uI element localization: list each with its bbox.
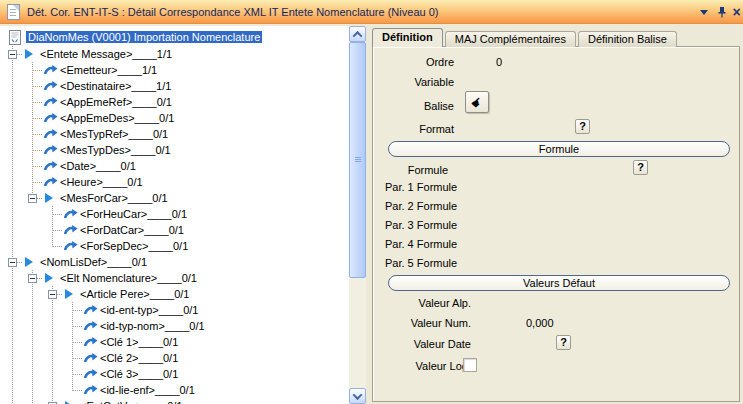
tree-item[interactable]: <Clé 2>____0/1: [0, 350, 366, 366]
tree-guide-line: [12, 142, 13, 158]
tree-item[interactable]: <Article Pere>____0/1: [0, 286, 366, 302]
node-arrow-icon: [44, 64, 58, 76]
tree-scrollbar[interactable]: [349, 26, 366, 404]
tree-item[interactable]: <id-ent-typ>____0/1: [0, 302, 366, 318]
tree-item-label: <ForDatCar>____0/1: [80, 224, 184, 236]
tree-guide-line: [33, 102, 43, 103]
tree-guide-line: [12, 302, 13, 318]
window-document-icon: [7, 4, 20, 20]
tree-item[interactable]: <MesForCar>____0/1: [0, 190, 366, 206]
tree-item-label: <Heure>____0/1: [60, 176, 143, 188]
tree-guide-line: [52, 302, 53, 318]
tree-item-label: <MesTypRef>____0/1: [60, 128, 168, 140]
node-arrow-icon: [44, 176, 58, 188]
tree-guide-line: [53, 230, 63, 231]
tree-guide-line: [12, 78, 13, 94]
tree-guide-line: [12, 286, 13, 302]
tree-item[interactable]: <Clé 3>____0/1: [0, 366, 366, 382]
node-triangle-icon: [45, 273, 53, 283]
pin-icon: [717, 6, 727, 18]
definition-tab-page: Ordre 0 Variable Balise ☛ Format ? Formu…: [372, 46, 740, 402]
tree-item[interactable]: <MesTypRef>____0/1: [0, 126, 366, 142]
tree-expander-minus[interactable]: [8, 50, 17, 59]
tree-guide-line: [33, 150, 43, 151]
tree-item[interactable]: <Entete Message>____1/1: [0, 46, 366, 62]
tree-item[interactable]: <Destinataire>____1/1: [0, 78, 366, 94]
scroll-down-button[interactable]: [349, 388, 366, 404]
tree-guide-line: [53, 246, 63, 247]
tree-guide-line: [12, 382, 13, 398]
chevron-up-icon: [353, 30, 363, 40]
window-title: Dét. Cor. ENT-IT-S : Détail Correspondan…: [27, 6, 438, 18]
tree-item-label: <id-typ-nom>____0/1: [100, 320, 205, 332]
scroll-up-button[interactable]: [349, 26, 366, 42]
format-help-button[interactable]: ?: [575, 119, 590, 134]
tree-item-label: <ForSepDec>____0/1: [80, 240, 188, 252]
tree-guide-line: [73, 310, 83, 311]
tree-item-label: <Destinataire>____1/1: [60, 80, 171, 92]
tree-item-label: <Date>____0/1: [60, 160, 136, 172]
ordre-value: 0: [496, 56, 502, 68]
tree-guide-line: [12, 174, 13, 190]
tree-guide-line: [33, 118, 43, 119]
tree-item[interactable]: <ForHeuCar>____0/1: [0, 206, 366, 222]
window-titlebar: Dét. Cor. ENT-IT-S : Détail Correspondan…: [0, 0, 743, 24]
tree-item[interactable]: <NomLisDef>____0/1: [0, 254, 366, 270]
tree-expander-minus[interactable]: [28, 274, 37, 283]
tree-item-label: <id-lie-enf>____0/1: [100, 384, 195, 396]
tree-guide-line: [32, 334, 33, 350]
tree-item[interactable]: <ForSepDec>____0/1: [0, 238, 366, 254]
tree-item[interactable]: <Heure>____0/1: [0, 174, 366, 190]
node-arrow-icon: [44, 128, 58, 140]
tree-item[interactable]: <Emetteur>____1/1: [0, 62, 366, 78]
tree-guide-line: [52, 334, 53, 350]
tree-guide-line: [12, 334, 13, 350]
node-arrow-icon: [44, 80, 58, 92]
tree-item[interactable]: <ForDatCar>____0/1: [0, 222, 366, 238]
tree-item[interactable]: <EntCatVar>____0/1: [0, 398, 366, 404]
close-button[interactable]: ×: [729, 5, 743, 19]
tree-item[interactable]: <id-typ-nom>____0/1: [0, 318, 366, 334]
tree-guide-line: [33, 134, 43, 135]
node-arrow-icon: [84, 304, 98, 316]
chevron-down-icon: [353, 390, 363, 400]
tree-item[interactable]: <AppEmeDes>____0/1: [0, 110, 366, 126]
scrollbar-thumb[interactable]: [349, 42, 366, 278]
tree-expander-minus[interactable]: [8, 258, 17, 267]
tree-guide-line: [33, 182, 43, 183]
node-triangle-icon: [45, 193, 53, 203]
tree-item[interactable]: <Clé 1>____0/1: [0, 334, 366, 350]
tree-guide-line: [32, 302, 33, 318]
formule-label: Formule: [373, 164, 448, 176]
tree-expander-minus[interactable]: [48, 290, 57, 299]
tree-expander-minus[interactable]: [28, 194, 37, 203]
tree-guide-line: [32, 398, 33, 404]
xml-document-icon: [8, 30, 22, 42]
valeur-log-checkbox[interactable]: [463, 358, 477, 372]
tab-maj-complementaires[interactable]: MAJ Complémentaires: [445, 31, 576, 47]
window-menu-button[interactable]: [696, 5, 711, 19]
valeurs-defaut-section-header[interactable]: Valeurs Défaut: [388, 275, 730, 291]
tree-item[interactable]: <AppEmeRef>____0/1: [0, 94, 366, 110]
tree-item[interactable]: <MesTypDes>____0/1: [0, 142, 366, 158]
pin-button[interactable]: [714, 5, 729, 19]
tab-definition-balise[interactable]: Définition Balise: [578, 31, 677, 47]
tree-guide-line: [12, 398, 13, 404]
tab-strip: DéfinitionMAJ ComplémentairesDéfinition …: [372, 29, 679, 47]
tree-item[interactable]: <Date>____0/1: [0, 158, 366, 174]
balise-picker-button[interactable]: ☛: [465, 91, 489, 113]
formule-section-header[interactable]: Formule: [388, 141, 730, 157]
tree-guide-line: [12, 94, 13, 110]
pointing-hand-icon: ☛: [468, 93, 485, 110]
tree-item-label: <Clé 3>____0/1: [100, 368, 178, 380]
tree-item[interactable]: DiaNomMes (V0001) Importation Nomenclatu…: [0, 30, 366, 46]
formule-help-button[interactable]: ?: [633, 160, 648, 175]
tree-guide-line: [12, 350, 13, 366]
valeur-date-help-button[interactable]: ?: [556, 335, 571, 350]
tree-item[interactable]: <id-lie-enf>____0/1: [0, 382, 366, 398]
tree-item-label: <AppEmeDes>____0/1: [60, 112, 174, 124]
tree-item[interactable]: <Elt Nomenclature>____0/1: [0, 270, 366, 286]
tab-definition[interactable]: Définition: [372, 28, 443, 47]
node-arrow-icon: [44, 96, 58, 108]
tree-guide-line: [12, 206, 13, 222]
